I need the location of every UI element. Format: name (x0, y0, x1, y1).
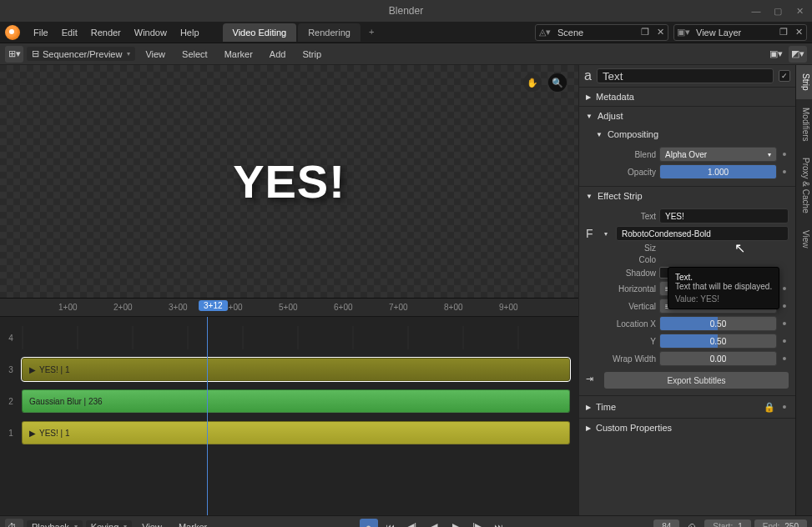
seq-menu-marker[interactable]: Marker (218, 46, 260, 63)
menu-edit[interactable]: Edit (55, 24, 84, 41)
scene-new-icon[interactable]: ❐ (638, 27, 653, 38)
next-key-icon[interactable]: |▶ (468, 519, 487, 528)
zoom-icon[interactable]: 🔍 (548, 73, 567, 92)
keyframe-dot-icon[interactable]: • (780, 352, 789, 365)
pb-menu-view[interactable]: View (135, 519, 169, 528)
export-icon: ⇥ (586, 374, 601, 384)
pan-icon[interactable]: ✋ (523, 73, 542, 92)
strip-text[interactable]: ▶YES! | 1 (22, 421, 570, 444)
playhead-line[interactable] (207, 317, 208, 515)
blend-dropdown[interactable]: Alpha Over (659, 147, 777, 162)
menu-window[interactable]: Window (128, 24, 174, 41)
section-metadata[interactable]: ▶Metadata (579, 88, 795, 106)
keying-menu[interactable]: Keying (86, 520, 133, 528)
channel-number: 3 (0, 365, 22, 374)
side-tab-view[interactable]: View (796, 222, 812, 257)
location-x-slider[interactable]: 0.50 (659, 316, 777, 331)
play-icon[interactable]: ▶ (446, 519, 465, 528)
label-horizontal: Horizontal (586, 284, 656, 294)
workspace-tab-rendering[interactable]: Rendering (298, 23, 361, 42)
side-tabs: Strip Modifiers Proxy & Cache View (795, 65, 812, 515)
keyframe-dot-icon[interactable]: • (780, 282, 789, 295)
label-vertical: Vertical (586, 302, 656, 311)
prev-key-icon[interactable]: ◀| (403, 519, 421, 528)
seq-menu-add[interactable]: Add (263, 46, 293, 63)
playback-menu[interactable]: Playback (27, 520, 83, 528)
strip-text-active[interactable]: ▶YES! | 1 (22, 358, 570, 381)
sequencer-header: ⊞▾ ⊟ Sequencer/Preview View Select Marke… (0, 43, 812, 65)
location-y-slider[interactable]: 0.50 (659, 334, 777, 349)
seq-menu-strip[interactable]: Strip (295, 46, 328, 63)
strip-icon: ▶ (29, 429, 36, 438)
minimize-icon[interactable]: — (750, 5, 762, 17)
editor-type-icon[interactable]: ⊞▾ (5, 46, 23, 63)
label-location-x: Location X (586, 319, 656, 329)
side-tab-proxy[interactable]: Proxy & Cache (796, 149, 812, 222)
viewlayer-delete-icon[interactable]: ✕ (791, 27, 806, 38)
menu-help[interactable]: Help (174, 24, 206, 41)
font-name-field[interactable]: RobotoCondensed-Bold (616, 226, 789, 241)
strip-mute-checkbox[interactable] (779, 70, 790, 82)
window-title: Blender (389, 5, 423, 17)
keyframe-dot-icon[interactable]: • (780, 334, 789, 348)
section-time[interactable]: ▶Time🔒• (579, 396, 795, 418)
opacity-slider[interactable]: 1.000 (659, 164, 777, 179)
section-adjust[interactable]: ▼Adjust (579, 107, 795, 125)
close-icon[interactable]: ✕ (794, 5, 805, 17)
scene-delete-icon[interactable]: ✕ (653, 27, 668, 38)
chevron-down-icon[interactable]: ▾ (604, 230, 613, 238)
section-effect-strip[interactable]: ▼Effect Strip (579, 187, 795, 205)
seq-menu-select[interactable]: Select (175, 46, 214, 63)
autokey-button[interactable]: ● (360, 519, 378, 528)
keyframe-dot-icon[interactable]: • (780, 148, 789, 161)
pb-menu-marker[interactable]: Marker (172, 519, 214, 528)
current-frame-field[interactable]: 84 (653, 519, 679, 528)
export-subtitles-button[interactable]: Export Subtitles (604, 372, 789, 389)
timeline-ruler[interactable]: 1+00 2+00 3+00 4+00 5+00 6+00 7+00 8+00 … (0, 299, 578, 317)
sequencer-mode-dropdown[interactable]: ⊟ Sequencer/Preview (27, 47, 135, 61)
playhead-frame-label[interactable]: 3+12 (199, 300, 228, 311)
keyframe-dot-icon[interactable]: • (780, 299, 789, 313)
seq-menu-view[interactable]: View (139, 46, 172, 63)
workspace-add-button[interactable]: + (362, 23, 381, 42)
section-compositing[interactable]: ▼Compositing (579, 125, 795, 143)
text-input[interactable]: YES! (659, 208, 789, 223)
viewlayer-name-input[interactable] (693, 28, 776, 38)
viewlayer-new-icon[interactable]: ❐ (776, 27, 791, 38)
strip-name-input[interactable] (597, 68, 774, 83)
strip-effect[interactable]: Gaussian Blur | 236 (22, 389, 570, 413)
section-custom-props[interactable]: ▶Custom Properties (579, 419, 795, 437)
preview-area[interactable]: YES! ✋ 🔍 (0, 65, 578, 299)
side-tab-strip[interactable]: Strip (796, 65, 812, 99)
use-preview-range-icon[interactable]: ⏲ (683, 519, 701, 528)
keyframe-dot-icon[interactable]: • (780, 165, 789, 178)
text-glyph-icon: a (584, 68, 592, 83)
channel-number: 2 (0, 397, 22, 406)
workspace-tab-video-editing[interactable]: Video Editing (223, 23, 297, 42)
display-channels-icon[interactable]: ▣▾ (767, 46, 785, 63)
editor-type-icon[interactable]: ⏱▾ (5, 519, 23, 528)
viewlayer-selector[interactable]: ▣▾ ❐ ✕ (673, 24, 807, 41)
blender-logo-icon[interactable] (5, 25, 20, 40)
jump-end-icon[interactable]: ⏭ (490, 519, 508, 528)
menu-file[interactable]: File (27, 24, 55, 41)
menu-render[interactable]: Render (84, 24, 128, 41)
label-size: Siz (586, 243, 656, 253)
viewlayer-browse-icon[interactable]: ▣▾ (674, 27, 693, 38)
timeline-area[interactable]: 1+00 2+00 3+00 4+00 5+00 6+00 7+00 8+00 … (0, 299, 578, 515)
play-reverse-icon[interactable]: ◀ (425, 519, 443, 528)
label-opacity: Opacity (586, 168, 656, 177)
wrap-width-slider[interactable]: 0.00 (659, 351, 777, 366)
scene-name-input[interactable] (554, 28, 638, 38)
scene-browse-icon[interactable]: ◬▾ (536, 27, 554, 38)
start-frame-field[interactable]: Start:1 (704, 519, 750, 528)
overlays-icon[interactable]: ◩▾ (789, 46, 807, 63)
jump-start-icon[interactable]: ⏮ (381, 519, 400, 528)
label-color: Colo (586, 255, 656, 264)
end-frame-field[interactable]: End:250 (754, 519, 807, 528)
side-tab-modifiers[interactable]: Modifiers (796, 99, 812, 150)
keyframe-dot-icon[interactable]: • (780, 317, 789, 330)
lock-icon[interactable]: 🔒 (764, 402, 775, 413)
scene-selector[interactable]: ◬▾ ❐ ✕ (535, 24, 668, 41)
maximize-icon[interactable]: ▢ (772, 5, 784, 17)
